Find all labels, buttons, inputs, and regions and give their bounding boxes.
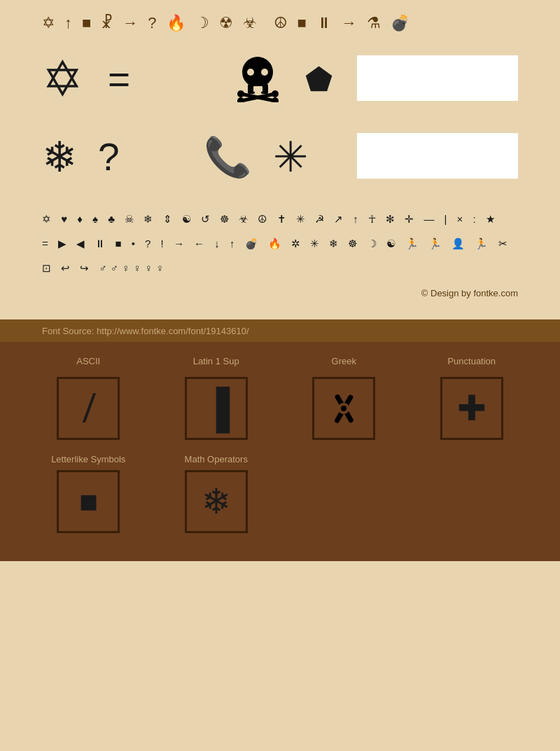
icon-peace: ☮ (274, 14, 288, 32)
ascii-glyph-box: / (57, 377, 120, 440)
svg-point-11 (237, 97, 244, 102)
mathops-glyph-box: ❄ (185, 470, 248, 533)
category-greek: Greek (284, 356, 405, 440)
category-grid-row1: ASCII / Latin 1 Sup ▐ Greek (28, 356, 532, 440)
greek-label: Greek (332, 356, 356, 366)
svg-point-9 (272, 97, 279, 102)
large-question: ? (98, 138, 120, 177)
svg-point-4 (247, 69, 254, 76)
punctuation-glyph: ✚ (457, 388, 486, 429)
punctuation-glyph-box: ✚ (440, 377, 503, 440)
copyright-text: © Design by fontke.com (42, 288, 518, 298)
category-ascii: ASCII / (28, 356, 149, 440)
white-box-1 (357, 55, 518, 104)
svg-point-10 (272, 90, 279, 97)
latin1sup-label: Latin 1 Sup (193, 356, 239, 366)
icon-up-arrow: ↑ (64, 14, 72, 32)
letterlike-label: Letterlike Symbols (28, 454, 149, 464)
large-star-of-david: ✡ (42, 55, 83, 104)
icon-question: ? (148, 14, 156, 32)
icon-bomb: 💣 (391, 14, 410, 32)
icon-fire: 🔥 (167, 14, 186, 32)
icon-star-of-david: ✡ (42, 14, 55, 32)
symbol-row-2: = ▶ ◀ ⏸ ■ • ? ! → ← ↓ ↑ 💣 🔥 ✲ ✳ ❄ ☸ ☽ ☯ … (42, 234, 518, 253)
category-punctuation: Punctuation ✚ (412, 356, 533, 440)
greek-symbol-svg (325, 390, 363, 428)
category-latin1sup: Latin 1 Sup ▐ (156, 356, 277, 440)
bottom-section: ASCII / Latin 1 Sup ▐ Greek (0, 342, 560, 561)
icon-chalice: ☧ (101, 14, 113, 32)
icon-right-arrow: → (122, 14, 138, 32)
icon-arrow-right2: → (342, 14, 357, 32)
large-phone: 📞 (204, 138, 252, 177)
skull-icon (235, 53, 281, 105)
icon-pause: ⏸ (316, 14, 332, 32)
icon-radioactive: ☢ (219, 14, 233, 32)
svg-point-5 (261, 69, 268, 76)
greek-glyph-box (312, 377, 375, 440)
icon-potion: ⚗ (367, 14, 381, 32)
ascii-slash-glyph: / (81, 385, 96, 431)
icon-square: ■ (82, 14, 91, 32)
category-row2-labels: Letterlike Symbols ■ Math Operators ❄ (28, 454, 532, 533)
svg-rect-3 (253, 86, 262, 92)
divider-bar: Font Source: http://www.fontke.com/font/… (0, 319, 560, 342)
large-blob: ⬟ (305, 64, 332, 95)
symbol-row-1: ✡ ♥ ♦ ♠ ♣ ☠ ❄ ⇕ ☯ ↺ ☸ ☣ ☮ ✝ ✳ ☭ ↗ ↑ ☥ ✻ … (42, 209, 518, 228)
small-symbols-section: ✡ ♥ ♦ ♠ ♣ ☠ ❄ ⇕ ☯ ↺ ☸ ☣ ☮ ✝ ✳ ☭ ↗ ↑ ☥ ✻ … (42, 209, 518, 277)
large-equals: = (108, 60, 130, 99)
icon-biohazard: ☣ (243, 14, 257, 32)
top-icon-row: ✡ ↑ ■ ☧ → ? 🔥 ☽ ☢ ☣ ☮ ■ ⏸ → ⚗ 💣 (42, 14, 518, 32)
ascii-label: ASCII (76, 356, 100, 366)
white-box-2 (357, 133, 518, 181)
symbol-row-3: ⊡ ↩ ↪ ♂♂♀♀♀♀ (42, 259, 518, 277)
mathops-glyph: ❄ (202, 481, 231, 522)
latin1sup-glyph-box: ▐ (185, 377, 248, 440)
letterlike-glyph: ■ (79, 483, 98, 520)
latin1sup-glyph: ▐ (202, 386, 230, 431)
font-source-text: Font Source: http://www.fontke.com/font/… (42, 326, 249, 336)
large-snowflake: ❄ (42, 137, 77, 179)
mathops-label-area: Math Operators ❄ (156, 454, 277, 533)
punctuation-label: Punctuation (447, 356, 496, 366)
svg-point-0 (242, 57, 273, 88)
icon-square2: ■ (298, 14, 307, 32)
letterlike-label-area: Letterlike Symbols ■ (28, 454, 149, 533)
letterlike-glyph-box: ■ (57, 470, 120, 533)
svg-point-15 (341, 406, 346, 411)
mathops-label: Math Operators (156, 454, 277, 464)
icon-crescent: ☽ (195, 14, 209, 32)
svg-point-8 (237, 90, 244, 97)
large-snowflake2: ✳ (273, 137, 308, 179)
